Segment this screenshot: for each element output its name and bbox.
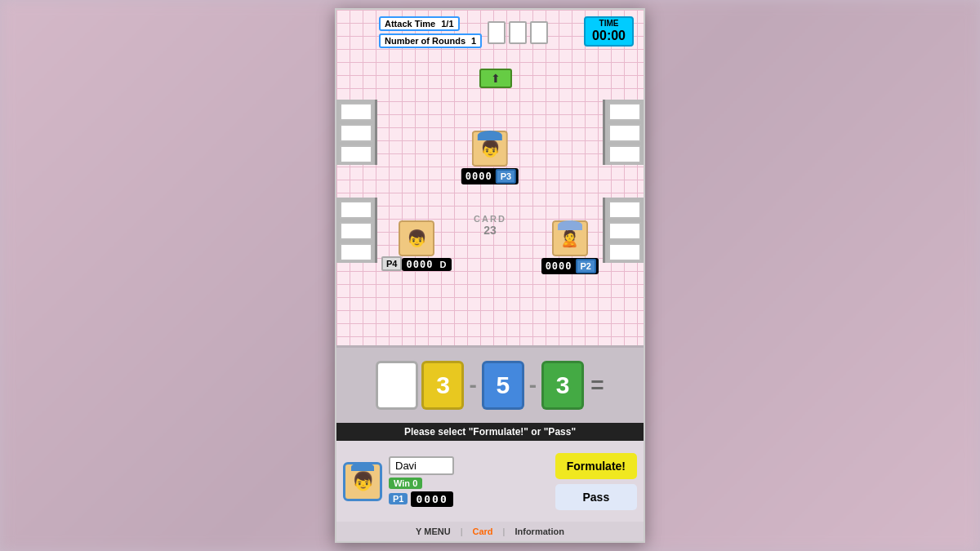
p4-face: 👦 xyxy=(399,220,434,256)
p4-d-badge: D xyxy=(436,259,449,270)
p3-score: 0000 xyxy=(464,171,494,182)
timer-value: 00:00 xyxy=(592,28,626,43)
p3-score-bar: 0000 P3 xyxy=(461,168,519,184)
player-p3: 👦 0000 P3 xyxy=(461,131,519,184)
card-center: CARD 23 xyxy=(474,214,506,237)
player-p4: 👦 P4 0000 D xyxy=(381,220,452,271)
p2-score-row: 0000 P2 xyxy=(541,256,599,274)
p1-win-badge: Win 0 xyxy=(389,478,422,489)
p1-score: 0000 xyxy=(411,491,452,507)
prompt-bar: Please select "Formulate!" or "Pass" xyxy=(336,423,644,441)
player-p2: 🙎 0000 P2 xyxy=(541,220,599,274)
p2-sprite: 🙎 xyxy=(552,220,588,256)
card-sep-2: - xyxy=(529,372,537,398)
card-slot-2 xyxy=(509,21,527,44)
player-info-row: 👦 Win 0 P1 0000 Formulate! Pass xyxy=(336,441,644,522)
p4-score: 0000 xyxy=(404,259,434,270)
timer-label: TIME xyxy=(592,20,626,28)
menu-button[interactable]: Y MENU xyxy=(412,525,454,538)
game-area: Attack Time 1/1 Number of Rounds 1 TIME … xyxy=(336,10,644,345)
p4-badge: P4 xyxy=(381,256,402,271)
card-center-text: CARD xyxy=(474,214,506,224)
bottom-bar: Y MENU | Card | Information xyxy=(336,522,644,541)
wall-right-mid xyxy=(603,198,644,263)
card-slot-3 xyxy=(530,21,548,44)
cards-display: 3 - 5 - 3 = xyxy=(336,348,644,423)
pass-button[interactable]: Pass xyxy=(555,484,637,510)
card-sep-1: - xyxy=(469,372,476,398)
information-button[interactable]: Information xyxy=(511,525,568,538)
p1-hat xyxy=(351,463,374,471)
card-slot-1 xyxy=(488,21,506,44)
p1-name-input[interactable] xyxy=(389,456,454,475)
p2-hat xyxy=(558,220,582,230)
p3-face: 👦 xyxy=(472,131,508,167)
p2-score-bar: 0000 P2 xyxy=(541,258,599,274)
p3-hat xyxy=(478,131,502,140)
prompt-text: Please select "Formulate!" or "Pass" xyxy=(404,426,576,438)
wall-left-mid xyxy=(336,198,377,263)
p3-sprite: 👦 xyxy=(472,131,508,167)
card-equals: = xyxy=(590,372,604,398)
rounds-box: Number of Rounds 1 xyxy=(379,33,482,48)
p4-score-bar: 0000 D xyxy=(402,258,452,271)
p2-badge: P2 xyxy=(576,259,596,273)
green-token: ⬆ xyxy=(479,69,512,88)
card-tile-3: 3 xyxy=(421,361,464,410)
card-tile-3b: 3 xyxy=(541,361,584,410)
card-tile-blank xyxy=(376,361,418,410)
timer-box: TIME 00:00 xyxy=(584,16,634,47)
game-container: Attack Time 1/1 Number of Rounds 1 TIME … xyxy=(335,8,645,543)
bottom-panel: 3 - 5 - 3 = Please select "Formulate!" o… xyxy=(336,345,644,541)
p4-sprite: 👦 xyxy=(399,220,434,256)
p1-info: Win 0 P1 0000 xyxy=(389,456,454,507)
action-buttons: Formulate! Pass xyxy=(555,453,637,510)
p4-score-row: P4 0000 D xyxy=(381,256,452,271)
card-button[interactable]: Card xyxy=(470,525,497,538)
p3-badge: P3 xyxy=(496,169,516,184)
card-slots-top xyxy=(488,21,548,44)
card-count: 23 xyxy=(474,224,506,237)
wall-left-top xyxy=(336,100,377,165)
p1-avatar: 👦 xyxy=(343,462,382,501)
p2-score: 0000 xyxy=(544,260,574,272)
formulate-button[interactable]: Formulate! xyxy=(555,453,637,479)
wall-right-top xyxy=(603,100,644,165)
hud-top: Attack Time 1/1 Number of Rounds 1 xyxy=(379,16,482,48)
attack-time-box: Attack Time 1/1 xyxy=(379,16,460,31)
p1-badge: P1 xyxy=(389,493,408,504)
p2-face: 🙎 xyxy=(552,220,588,256)
card-tile-5: 5 xyxy=(482,361,524,410)
